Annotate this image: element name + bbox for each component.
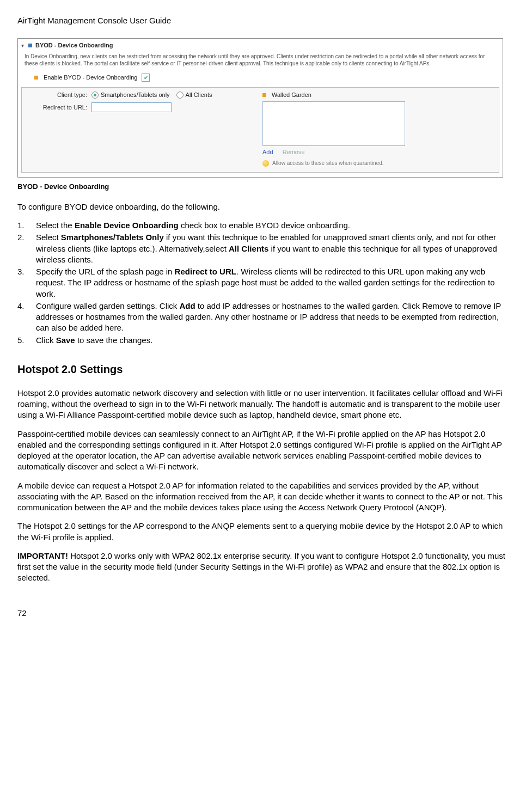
page-header: AirTight Management Console User Guide xyxy=(17,15,509,26)
redirect-label: Redirect to URL: xyxy=(27,103,87,112)
radio-all-clients[interactable] xyxy=(176,91,184,99)
radio-smartphones-label: Smartphones/Tablets only xyxy=(101,91,170,99)
client-type-label: Client type: xyxy=(27,91,87,99)
body-paragraph: IMPORTANT! Hotspot 2.0 works only with W… xyxy=(17,551,509,584)
body-paragraph: A mobile device can request a Hotspot 2.… xyxy=(17,480,509,514)
panel-header[interactable]: ▾ BYOD - Device Onboarding xyxy=(18,39,503,52)
step-item: Select Smartphones/Tablets Only if you w… xyxy=(17,232,509,265)
config-panel: Client type: Smartphones/Tablets only Al… xyxy=(21,87,499,173)
step-item: Click Save to save the changes. xyxy=(17,335,509,346)
chevron-down-icon: ▾ xyxy=(21,42,24,50)
step-item: Select the Enable Device Onboarding chec… xyxy=(17,220,509,231)
panel-description: In Device Onboarding, new clients can be… xyxy=(18,52,503,70)
bullet-icon xyxy=(262,93,266,97)
radio-all-clients-label: All Clients xyxy=(186,91,212,99)
add-link[interactable]: Add xyxy=(262,149,273,155)
redirect-url-input[interactable] xyxy=(91,102,172,112)
body-paragraph: The Hotspot 2.0 settings for the AP corr… xyxy=(17,521,509,543)
page-number: 72 xyxy=(17,608,509,619)
enable-label: Enable BYOD - Device Onboarding xyxy=(44,74,137,82)
figure-caption: BYOD - Device Onboarding xyxy=(17,182,509,192)
step-item: Specify the URL of the splash page in Re… xyxy=(17,266,509,300)
bullet-icon xyxy=(28,44,32,47)
embedded-screenshot: ▾ BYOD - Device Onboarding In Device Onb… xyxy=(17,38,503,178)
walled-garden-label: Walled Garden xyxy=(272,91,311,99)
body-paragraph: Passpoint-certified mobile devices can s… xyxy=(17,429,509,473)
remove-link[interactable]: Remove xyxy=(283,149,305,155)
panel-title: BYOD - Device Onboarding xyxy=(35,41,113,50)
tip-text: Allow access to these sites when quarant… xyxy=(272,160,384,167)
radio-smartphones[interactable] xyxy=(91,91,99,99)
body-paragraph: Hotspot 2.0 provides automatic network d… xyxy=(17,388,509,421)
step-item: Configure walled garden settings. Click … xyxy=(17,301,509,334)
walled-garden-list[interactable] xyxy=(262,101,405,146)
intro-paragraph: To configure BYOD device onboarding, do … xyxy=(17,202,509,212)
steps-list: Select the Enable Device Onboarding chec… xyxy=(17,220,509,346)
section-heading: Hotspot 2.0 Settings xyxy=(17,362,509,377)
bullet-icon xyxy=(34,76,38,80)
enable-checkbox[interactable]: ✔ xyxy=(142,74,150,82)
lightbulb-icon xyxy=(262,160,269,167)
